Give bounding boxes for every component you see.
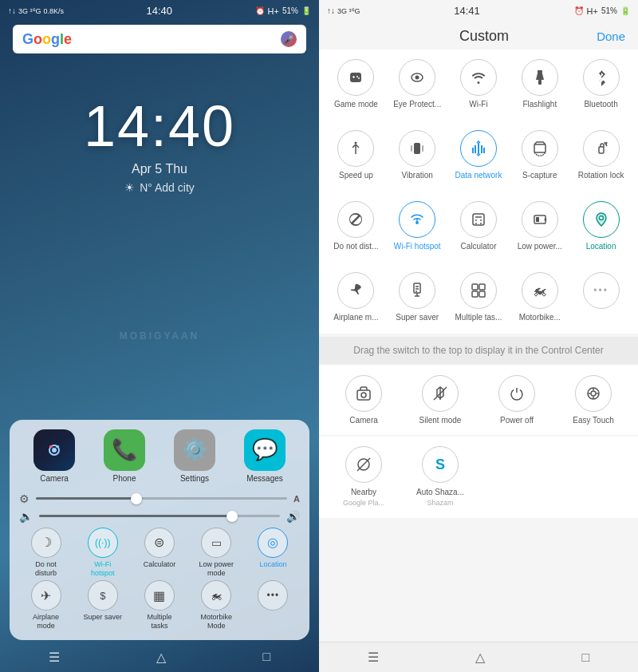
- svg-rect-13: [599, 147, 604, 153]
- ctrl-s-capture[interactable]: S-capture: [509, 124, 570, 187]
- signal-icon: ↑↓: [8, 6, 16, 15]
- svg-rect-15: [473, 214, 484, 225]
- toggle-do-not-disturb[interactable]: ☽ Do notdisturb: [19, 528, 73, 578]
- left-nav-home[interactable]: △: [156, 650, 166, 665]
- app-settings[interactable]: ⚙️ Settings: [174, 429, 215, 483]
- done-button[interactable]: Done: [597, 30, 625, 43]
- app-phone[interactable]: 📞 Phone: [104, 429, 145, 483]
- right-nav-menu[interactable]: ☰: [368, 650, 379, 665]
- ctrl-location[interactable]: Location: [570, 195, 632, 258]
- ctrl-data-network[interactable]: Data network: [448, 124, 510, 187]
- ctrl-vibration[interactable]: Vibration: [387, 124, 448, 187]
- control-card: Camera 📞 Phone ⚙️ Settings 💬 Messages ⚙ …: [10, 420, 309, 640]
- ctrl-game-mode[interactable]: Game mode: [325, 53, 387, 116]
- ctrl-super-saver[interactable]: Super saver: [387, 266, 448, 329]
- google-search-bar[interactable]: Google 🎤: [13, 25, 306, 53]
- toggle-low-power[interactable]: ▭ Low powermode: [190, 528, 243, 578]
- rotation-lock-icon: [583, 130, 620, 167]
- toggle-super-saver[interactable]: $ Super saver: [76, 580, 129, 630]
- ctrl-flashlight[interactable]: Flashlight: [509, 53, 570, 116]
- eye-protect-icon: [399, 59, 435, 96]
- right-battery-info: ⏰ H+ 51% 🔋: [574, 6, 630, 16]
- location-ctrl-icon: [583, 201, 620, 238]
- ctrl-eye-protect[interactable]: Eye Protect...: [387, 53, 448, 116]
- lowpower-label: Low powermode: [199, 560, 234, 578]
- app-row: Camera 📞 Phone ⚙️ Settings 💬 Messages: [19, 429, 300, 483]
- ctrl-wifi-hotspot[interactable]: Wi-Fi hotspot: [387, 195, 448, 258]
- bottom-camera-label: Camera: [349, 416, 378, 425]
- ctrl-dnd[interactable]: Do not dist...: [325, 195, 387, 258]
- toggle-calculator[interactable]: ⊜ Calculator: [132, 528, 186, 578]
- brightness-fill: [36, 497, 136, 500]
- mic-icon[interactable]: 🎤: [281, 31, 297, 47]
- toggle-multitask[interactable]: ▦ Multipletasks: [132, 580, 186, 630]
- right-nav-back[interactable]: □: [582, 650, 590, 665]
- brightness-track[interactable]: [36, 497, 287, 500]
- right-nav-home[interactable]: △: [475, 650, 485, 665]
- lowpower-ctrl-label: Low power...: [518, 242, 562, 251]
- svg-rect-7: [538, 80, 542, 85]
- ctrl-more-dots[interactable]: •••: [570, 266, 632, 329]
- messages-app-icon: 💬: [244, 429, 286, 471]
- ctrl-low-power[interactable]: Low power...: [509, 195, 570, 258]
- data-network-label: Data network: [455, 171, 502, 180]
- volume-high-icon: 🔊: [286, 510, 300, 523]
- location-label: Location: [259, 560, 286, 569]
- left-nav-back[interactable]: □: [263, 650, 271, 664]
- more-dots-icon: •••: [583, 272, 620, 309]
- speed-up-label: Speed up: [339, 171, 373, 180]
- toggle-location[interactable]: ◎ Location: [246, 528, 300, 578]
- bottom-easy-touch[interactable]: Easy Touch: [555, 369, 632, 432]
- calc-label: Calculator: [144, 560, 176, 569]
- toggle-airplane[interactable]: ✈ Airplanemode: [19, 580, 73, 630]
- bottom-shazam[interactable]: S Auto Shaza...Shazam: [402, 440, 478, 515]
- toggle-wifi-hotspot[interactable]: ((·)) Wi-Fihotspot: [76, 528, 129, 578]
- ctrl-calculator[interactable]: Calculator: [448, 195, 510, 258]
- app-messages[interactable]: 💬 Messages: [244, 429, 286, 483]
- vibration-label: Vibration: [402, 171, 433, 180]
- left-nav-menu[interactable]: ☰: [49, 650, 60, 665]
- ctrl-rotation-lock[interactable]: Rotation lock: [570, 124, 632, 187]
- bottom-row-1: Camera Silent mode Power off: [319, 366, 638, 435]
- bottom-nearby[interactable]: NearbyGoogle Pla...: [325, 440, 402, 515]
- volume-thumb[interactable]: [226, 511, 238, 522]
- lowpower-ctrl-icon: [522, 201, 558, 238]
- bottom-shazam-label: Auto Shaza...Shazam: [416, 487, 464, 508]
- main-clock: 14:40 Apr 5 Thu ☀ N° Add city: [0, 93, 319, 194]
- brightness-low-icon: ⚙: [19, 492, 30, 505]
- ctrl-motorbike[interactable]: 🏍 Motorbike...: [509, 266, 570, 329]
- ctrl-multitask[interactable]: Multiple tas...: [448, 266, 510, 329]
- bottom-silent[interactable]: Silent mode: [402, 369, 478, 432]
- bottom-nearby-icon: [345, 446, 382, 483]
- svg-point-5: [415, 76, 419, 80]
- brightness-thumb[interactable]: [131, 493, 142, 504]
- hotspot-ctrl-icon: [399, 201, 435, 238]
- right-battery-pct: 51%: [601, 6, 617, 15]
- ctrl-bluetooth[interactable]: Bluetooth: [570, 53, 632, 116]
- motorbike-circle: 🏍: [201, 580, 231, 611]
- hotspot-label: Wi-Fihotspot: [91, 560, 115, 578]
- volume-track[interactable]: [39, 515, 280, 517]
- volume-fill: [39, 515, 232, 517]
- clock-date: Apr 5 Thu: [0, 162, 319, 176]
- phone-label: Phone: [113, 474, 136, 483]
- multitask-ctrl-label: Multiple tas...: [455, 313, 502, 322]
- super-saver-ctrl-icon: [399, 272, 435, 309]
- airplane-ctrl-label: Airplane m...: [333, 313, 378, 322]
- svg-rect-24: [357, 390, 370, 400]
- game-mode-icon: [337, 59, 374, 96]
- ctrl-wifi[interactable]: Wi-Fi: [448, 53, 510, 116]
- bottom-camera[interactable]: Camera: [325, 369, 402, 432]
- clock-time: 14:40: [0, 93, 319, 159]
- right-alarm-icon: ⏰: [574, 6, 584, 15]
- airplane-ctrl-icon: [337, 272, 374, 309]
- app-camera[interactable]: Camera: [33, 429, 75, 483]
- ctrl-speed-up[interactable]: Speed up: [325, 124, 387, 187]
- ctrl-airplane[interactable]: Airplane m...: [325, 266, 387, 329]
- bottom-power[interactable]: Power off: [478, 369, 555, 432]
- toggle-more[interactable]: •••: [246, 580, 300, 630]
- motorbike-label: MotorbikeMode: [200, 613, 232, 630]
- flashlight-label: Flashlight: [522, 100, 557, 109]
- toggle-motorbike[interactable]: 🏍 MotorbikeMode: [190, 580, 243, 630]
- bottom-row-2: NearbyGoogle Pla... S Auto Shaza...Shaza…: [319, 437, 638, 518]
